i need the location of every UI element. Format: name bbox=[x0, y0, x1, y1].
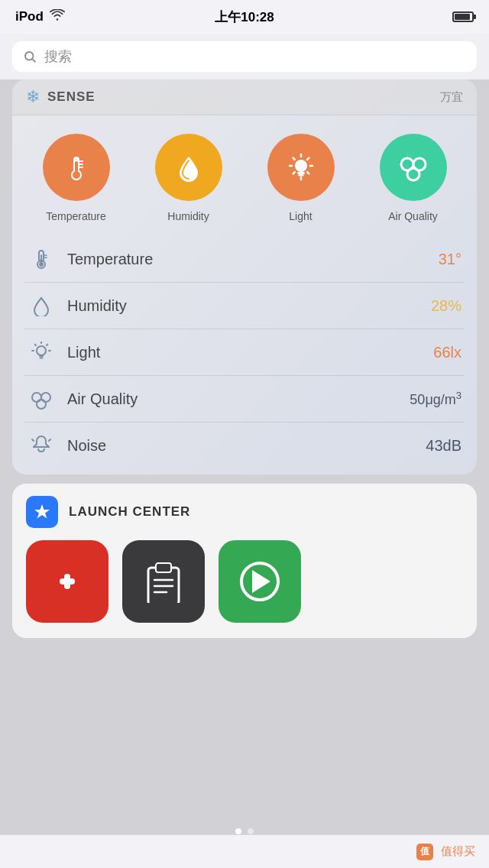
svg-line-25 bbox=[35, 345, 36, 345]
row-value-noise: 43dB bbox=[426, 437, 461, 455]
row-value-humidity: 28% bbox=[431, 297, 461, 315]
launch-center-icon bbox=[26, 496, 58, 528]
drop-icon bbox=[28, 295, 55, 316]
launch-apps-row bbox=[12, 540, 477, 623]
launch-center-title: LAUNCH CENTER bbox=[69, 504, 190, 520]
launch-center-widget: LAUNCH CENTER bbox=[12, 484, 477, 638]
table-row: Temperature 31° bbox=[24, 236, 465, 283]
sense-widget: ❄ SENSE 万宜 Temperature bbox=[12, 79, 477, 474]
row-label-noise: Noise bbox=[67, 437, 413, 455]
svg-point-13 bbox=[407, 168, 419, 180]
icon-item-air-quality[interactable]: Air Quality bbox=[380, 134, 447, 222]
bulb-icon bbox=[28, 342, 55, 363]
svg-rect-26 bbox=[39, 355, 44, 357]
svg-rect-37 bbox=[156, 563, 171, 572]
icon-item-humidity[interactable]: Humidity bbox=[155, 134, 222, 222]
svg-point-30 bbox=[37, 400, 46, 409]
row-label-humidity: Humidity bbox=[67, 297, 419, 315]
row-value-temperature: 31° bbox=[439, 251, 461, 268]
svg-rect-27 bbox=[40, 358, 44, 359]
air-quality-label: Air Quality bbox=[388, 210, 438, 222]
table-row: Air Quality 50μg/m3 bbox=[24, 376, 465, 423]
row-label-air-quality: Air Quality bbox=[67, 390, 397, 408]
sense-title: SENSE bbox=[47, 89, 96, 105]
icons-row: Temperature Humidity bbox=[12, 115, 477, 236]
row-label-light: Light bbox=[67, 344, 421, 361]
light-circle bbox=[267, 134, 335, 201]
icon-item-temperature[interactable]: Temperature bbox=[43, 134, 110, 222]
status-right bbox=[452, 11, 474, 22]
svg-point-4 bbox=[73, 171, 80, 179]
svg-point-20 bbox=[37, 346, 46, 355]
battery-icon bbox=[452, 11, 474, 22]
app-icon-pushbullet[interactable] bbox=[219, 540, 301, 623]
search-placeholder: 搜索 bbox=[44, 47, 72, 66]
circles-icon bbox=[28, 388, 55, 410]
svg-point-17 bbox=[39, 262, 44, 267]
svg-point-8 bbox=[295, 160, 307, 172]
svg-rect-16 bbox=[40, 254, 42, 263]
table-row: Humidity 28% bbox=[24, 283, 465, 329]
row-value-light: 66lx bbox=[433, 344, 461, 361]
table-row: Light 66lx bbox=[24, 329, 465, 376]
svg-line-32 bbox=[32, 439, 34, 441]
status-left: iPod bbox=[15, 9, 65, 25]
dot-1 bbox=[235, 828, 241, 834]
svg-line-33 bbox=[49, 439, 50, 441]
air-quality-circle bbox=[380, 134, 447, 201]
page-indicator bbox=[235, 828, 254, 834]
bell-icon bbox=[28, 435, 55, 456]
row-value-air-quality: 50μg/m3 bbox=[410, 390, 461, 408]
bottom-bar: 值 值得买 bbox=[0, 834, 489, 868]
launch-center-header: LAUNCH CENTER bbox=[12, 484, 477, 540]
search-bar: 搜索 bbox=[0, 34, 489, 79]
bottom-text: 值得买 bbox=[441, 844, 475, 859]
wifi-icon bbox=[50, 9, 65, 25]
app-icon-first-aid[interactable] bbox=[26, 540, 108, 623]
light-label: Light bbox=[289, 210, 312, 222]
svg-rect-35 bbox=[64, 574, 70, 589]
sense-right-text: 万宜 bbox=[440, 90, 463, 105]
device-label: iPod bbox=[15, 9, 44, 24]
search-input-wrap[interactable]: 搜索 bbox=[12, 41, 477, 72]
table-row: Noise 43dB bbox=[24, 423, 465, 468]
data-rows: Temperature 31° Humidity 28% bbox=[12, 236, 477, 474]
snowflake-icon: ❄ bbox=[26, 87, 40, 107]
temperature-label: Temperature bbox=[46, 210, 106, 222]
search-icon bbox=[23, 50, 37, 63]
icon-item-light[interactable]: Light bbox=[267, 134, 335, 222]
svg-rect-10 bbox=[298, 174, 303, 177]
svg-rect-9 bbox=[297, 172, 305, 174]
app-icon-clipboard[interactable] bbox=[122, 540, 205, 623]
thermometer-icon bbox=[28, 248, 55, 270]
sense-header: ❄ SENSE 万宜 bbox=[12, 79, 477, 115]
humidity-circle bbox=[155, 134, 222, 201]
temperature-circle bbox=[43, 134, 110, 201]
status-bar: iPod 上午10:28 bbox=[0, 0, 489, 34]
row-label-temperature: Temperature bbox=[67, 251, 426, 268]
dot-2 bbox=[248, 828, 254, 834]
humidity-label: Humidity bbox=[167, 210, 209, 222]
svg-line-24 bbox=[47, 345, 47, 345]
time-display: 上午10:28 bbox=[215, 8, 274, 26]
bottom-logo: 值 bbox=[416, 844, 433, 860]
